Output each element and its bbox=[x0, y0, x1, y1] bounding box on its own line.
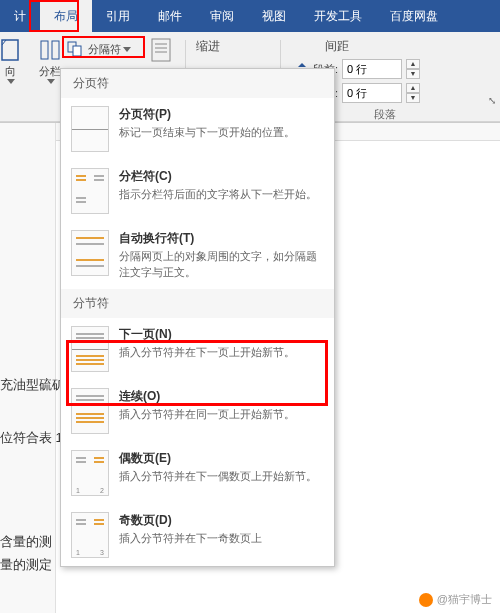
menu-item-title: 连续(O) bbox=[119, 388, 324, 405]
menu-item-desc: 插入分节符并在下一奇数页上 bbox=[119, 531, 324, 547]
spacing-before-input[interactable] bbox=[342, 59, 402, 79]
doc-line: 含量的测 bbox=[0, 530, 65, 553]
menu-item-title: 分页符(P) bbox=[119, 106, 324, 123]
tab-mailings[interactable]: 邮件 bbox=[144, 0, 196, 32]
chevron-down-icon bbox=[7, 79, 15, 84]
menu-item-desc: 分隔网页上的对象周围的文字，如分隔题注文字与正文。 bbox=[119, 249, 324, 281]
tab-review[interactable]: 审阅 bbox=[196, 0, 248, 32]
menu-item-title: 分栏符(C) bbox=[119, 168, 324, 185]
svg-rect-1 bbox=[41, 41, 48, 59]
chevron-down-icon bbox=[47, 79, 55, 84]
step-up-icon[interactable]: ▲ bbox=[406, 83, 420, 93]
svg-rect-6 bbox=[152, 39, 170, 61]
watermark-text: @猫宇博士 bbox=[437, 592, 492, 607]
menu-item-desc: 插入分节符并在同一页上开始新节。 bbox=[119, 407, 324, 423]
svg-rect-4 bbox=[73, 46, 81, 56]
continuous-icon bbox=[71, 388, 109, 434]
columns-label: 分栏 bbox=[39, 64, 61, 79]
menu-item-title: 自动换行符(T) bbox=[119, 230, 324, 247]
indent-group-label: 缩进 bbox=[190, 36, 220, 59]
tab-references[interactable]: 引用 bbox=[92, 0, 144, 32]
step-down-icon[interactable]: ▼ bbox=[406, 93, 420, 103]
columns-icon bbox=[38, 38, 62, 62]
menu-text-wrapping[interactable]: 自动换行符(T) 分隔网页上的对象周围的文字，如分隔题注文字与正文。 bbox=[61, 222, 334, 289]
menu-continuous[interactable]: 连续(O) 插入分节符并在同一页上开始新节。 bbox=[61, 380, 334, 442]
paper-button[interactable] bbox=[143, 36, 179, 66]
spacing-after-input[interactable] bbox=[342, 83, 402, 103]
menu-item-title: 奇数页(D) bbox=[119, 512, 324, 529]
menu-page-break[interactable]: 分页符(P) 标记一页结束与下一页开始的位置。 bbox=[61, 98, 334, 160]
step-up-icon[interactable]: ▲ bbox=[406, 59, 420, 69]
orientation-label: 向 bbox=[5, 64, 16, 79]
spacing-group-label: 间距 bbox=[285, 36, 485, 59]
step-down-icon[interactable]: ▼ bbox=[406, 69, 420, 79]
svg-rect-2 bbox=[52, 41, 59, 59]
svg-rect-0 bbox=[2, 40, 18, 60]
menu-item-title: 下一页(N) bbox=[119, 326, 324, 343]
breaks-dropdown: 分页符 分页符(P) 标记一页结束与下一页开始的位置。 分栏符(C) 指示分栏符… bbox=[60, 68, 335, 567]
orientation-button[interactable]: 向 bbox=[0, 36, 28, 86]
document-text: 充油型硫矿 位符合表 1 含量的测 量的测定 bbox=[0, 283, 65, 577]
watermark: @猫宇博士 bbox=[419, 592, 492, 607]
section-header-page-breaks: 分页符 bbox=[61, 69, 334, 98]
chevron-down-icon bbox=[123, 47, 131, 52]
doc-line: 位符合表 1 bbox=[0, 426, 65, 449]
odd-page-icon: 1 3 bbox=[71, 512, 109, 558]
next-page-icon bbox=[71, 326, 109, 372]
page-break-icon bbox=[71, 106, 109, 152]
breaks-button[interactable]: 分隔符 bbox=[62, 38, 135, 60]
breaks-icon bbox=[66, 40, 84, 58]
column-break-icon bbox=[71, 168, 109, 214]
menu-next-page[interactable]: 下一页(N) 插入分节符并在下一页上开始新节。 bbox=[61, 318, 334, 380]
menu-item-desc: 指示分栏符后面的文字将从下一栏开始。 bbox=[119, 187, 324, 203]
tab-view[interactable]: 视图 bbox=[248, 0, 300, 32]
breaks-label: 分隔符 bbox=[88, 42, 121, 57]
spacing-before-stepper[interactable]: ▲▼ bbox=[406, 59, 420, 79]
menu-odd-page[interactable]: 1 3 奇数页(D) 插入分节符并在下一奇数页上 bbox=[61, 504, 334, 566]
menu-item-title: 偶数页(E) bbox=[119, 450, 324, 467]
tab-design[interactable]: 计 bbox=[0, 0, 40, 32]
paper-icon bbox=[149, 38, 173, 62]
tab-baidu[interactable]: 百度网盘 bbox=[376, 0, 452, 32]
dialog-launcher-icon[interactable]: ⤡ bbox=[488, 95, 496, 106]
weibo-icon bbox=[419, 593, 433, 607]
ribbon-tabs: 计 布局 引用 邮件 审阅 视图 开发工具 百度网盘 bbox=[0, 0, 500, 32]
menu-column-break[interactable]: 分栏符(C) 指示分栏符后面的文字将从下一栏开始。 bbox=[61, 160, 334, 222]
menu-item-desc: 插入分节符并在下一页上开始新节。 bbox=[119, 345, 324, 361]
tab-developer[interactable]: 开发工具 bbox=[300, 0, 376, 32]
even-page-icon: 1 2 bbox=[71, 450, 109, 496]
tab-layout[interactable]: 布局 bbox=[40, 0, 92, 32]
doc-line: 量的测定 bbox=[0, 553, 65, 576]
menu-even-page[interactable]: 1 2 偶数页(E) 插入分节符并在下一偶数页上开始新节。 bbox=[61, 442, 334, 504]
spacing-after-stepper[interactable]: ▲▼ bbox=[406, 83, 420, 103]
doc-line: 充油型硫矿 bbox=[0, 373, 65, 396]
text-wrap-icon bbox=[71, 230, 109, 276]
section-header-section-breaks: 分节符 bbox=[61, 289, 334, 318]
menu-item-desc: 插入分节符并在下一偶数页上开始新节。 bbox=[119, 469, 324, 485]
menu-item-desc: 标记一页结束与下一页开始的位置。 bbox=[119, 125, 324, 141]
orientation-icon bbox=[0, 38, 22, 62]
